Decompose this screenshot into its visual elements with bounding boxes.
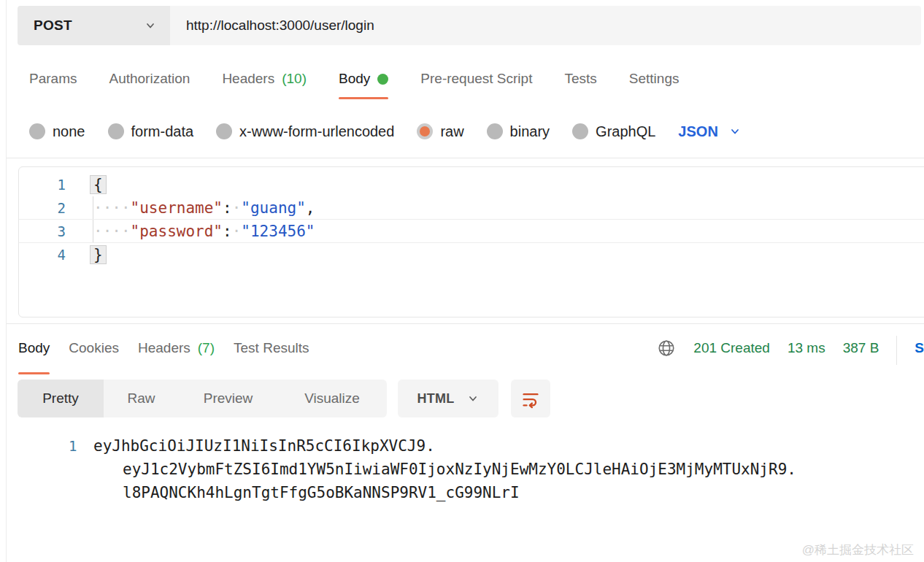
tab-label: Cookies xyxy=(69,340,119,356)
body-type-label: GraphQL xyxy=(596,123,655,140)
response-tab-headers[interactable]: Headers(7) xyxy=(138,332,215,364)
method-select[interactable]: POST xyxy=(18,6,170,45)
body-type-raw[interactable]: raw xyxy=(417,123,463,140)
tab-label: Params xyxy=(29,71,77,87)
chevron-down-icon xyxy=(466,392,480,405)
watermark-text: @稀土掘金技术社区 xyxy=(802,542,914,558)
wrap-text-icon xyxy=(520,388,541,409)
token-brace: { xyxy=(90,175,107,194)
response-size[interactable]: 387 B xyxy=(843,340,879,356)
tab-label: Tests xyxy=(564,71,596,87)
request-url-bar: POST http://localhost:3000/user/login xyxy=(18,6,921,45)
body-type-none[interactable]: none xyxy=(29,123,85,140)
token-ws: · xyxy=(232,199,242,217)
tab-body[interactable]: Body xyxy=(339,70,388,98)
body-type-label: form-data xyxy=(131,123,194,140)
radio-icon xyxy=(108,123,124,139)
line-number: 2 xyxy=(19,200,66,216)
status-badge[interactable]: 201 Created xyxy=(693,340,770,356)
language-select[interactable]: JSON xyxy=(678,123,741,140)
view-tab-preview[interactable]: Preview xyxy=(179,380,277,417)
token-plain: , xyxy=(306,199,315,217)
token-key: "username" xyxy=(131,199,223,217)
chevron-down-icon xyxy=(144,19,157,32)
body-type-selector: noneform-datax-www-form-urlencodedrawbin… xyxy=(29,117,742,146)
body-type-binary[interactable]: binary xyxy=(487,123,550,140)
line-number: 1 xyxy=(19,177,66,193)
request-body-editor[interactable]: 1{2····"username":·"guang",3····"passwor… xyxy=(18,166,924,317)
response-tab-body[interactable]: Body xyxy=(18,332,50,364)
tab-label: Headers xyxy=(138,340,190,356)
tab-label: Pre-request Script xyxy=(420,71,532,87)
token-ws: · xyxy=(232,223,242,240)
radio-icon xyxy=(487,123,503,139)
token-plain: : xyxy=(223,223,232,240)
token-value: "123456" xyxy=(241,223,315,240)
token-ws: ···· xyxy=(93,223,131,240)
tab-settings[interactable]: Settings xyxy=(629,70,679,98)
format-label: HTML xyxy=(417,391,454,407)
tab-label: Headers xyxy=(222,71,274,87)
token-plain: : xyxy=(223,199,232,217)
panel-left-border xyxy=(6,0,7,562)
body-type-form-data[interactable]: form-data xyxy=(108,123,194,140)
token-brace: } xyxy=(90,245,107,264)
body-type-label: x-www-form-urlencoded xyxy=(239,123,394,140)
divider xyxy=(896,336,897,365)
code-text: ····"password":·"123456" xyxy=(93,223,315,240)
response-tab-test-results[interactable]: Test Results xyxy=(234,332,309,364)
tab-label: Settings xyxy=(629,71,679,87)
body-type-label: binary xyxy=(510,123,550,140)
response-body[interactable]: 1 eyJhbGciOiJIUzI1NiIsInR5cCI6IkpXVCJ9.e… xyxy=(18,434,924,504)
code-line[interactable]: 2····"username":·"guang", xyxy=(19,196,924,220)
body-type-x-www-form-urlencoded[interactable]: x-www-form-urlencoded xyxy=(216,123,394,140)
response-body-line: eyJhbGciOiJIUzI1NiIsInR5cCI6IkpXVCJ9. xyxy=(93,434,924,458)
tab-headers[interactable]: Headers(10) xyxy=(222,70,307,98)
response-line-number: 1 xyxy=(69,434,77,458)
body-type-label: raw xyxy=(440,123,463,140)
code-text: { xyxy=(93,176,107,193)
tab-label: Authorization xyxy=(109,71,190,87)
url-input[interactable]: http://localhost:3000/user/login xyxy=(170,6,921,45)
chevron-down-icon xyxy=(728,125,742,138)
radio-icon xyxy=(417,123,433,139)
divider xyxy=(7,323,924,324)
response-body-line: eyJ1c2VybmFtZSI6Imd1YW5nIiwiaWF0IjoxNzIy… xyxy=(123,458,924,481)
tab-count-badge: (10) xyxy=(282,71,307,87)
code-line[interactable]: 4} xyxy=(19,243,924,266)
tab-pre-request-script[interactable]: Pre-request Script xyxy=(420,70,532,98)
divider xyxy=(7,158,924,158)
response-body-line: l8PAQNCKh4hLgnTgtFfgG5oBKaNNSP9RV1_cG99N… xyxy=(123,481,924,504)
response-meta: 201 Created 13 ms 387 B S xyxy=(657,332,924,364)
body-type-label: none xyxy=(53,123,85,140)
tab-params[interactable]: Params xyxy=(29,70,77,98)
tab-label: Body xyxy=(18,340,50,356)
view-tab-raw[interactable]: Raw xyxy=(104,380,179,417)
response-time[interactable]: 13 ms xyxy=(788,340,825,356)
save-response-button[interactable]: S xyxy=(915,340,924,356)
response-header: BodyCookiesHeaders(7)Test Results 201 Cr… xyxy=(18,332,924,364)
language-label: JSON xyxy=(678,123,717,140)
wrap-text-button[interactable] xyxy=(511,380,550,417)
tab-authorization[interactable]: Authorization xyxy=(109,70,190,98)
radio-icon xyxy=(572,123,588,139)
response-format-select[interactable]: HTML xyxy=(398,380,498,417)
code-text: } xyxy=(93,246,107,263)
view-tab-visualize[interactable]: Visualize xyxy=(277,380,387,417)
code-text: ····"username":·"guang", xyxy=(93,199,315,217)
view-tab-pretty[interactable]: Pretty xyxy=(18,380,104,417)
tab-tests[interactable]: Tests xyxy=(564,70,596,98)
code-line[interactable]: 1{ xyxy=(19,173,924,196)
response-view-row: PrettyRawPreviewVisualize HTML xyxy=(18,380,550,417)
tab-count-badge: (7) xyxy=(198,340,215,356)
token-value: "guang" xyxy=(241,199,306,217)
body-type-graphql[interactable]: GraphQL xyxy=(572,123,655,140)
line-number: 4 xyxy=(19,247,66,263)
response-view-tabs: PrettyRawPreviewVisualize xyxy=(18,380,387,417)
code-line[interactable]: 3····"password":·"123456" xyxy=(19,220,924,243)
radio-icon xyxy=(216,123,232,139)
line-number: 3 xyxy=(19,223,66,239)
response-tab-cookies[interactable]: Cookies xyxy=(69,332,119,364)
url-text: http://localhost:3000/user/login xyxy=(186,18,374,34)
request-tabs: ParamsAuthorizationHeaders(10)BodyPre-re… xyxy=(29,70,679,98)
